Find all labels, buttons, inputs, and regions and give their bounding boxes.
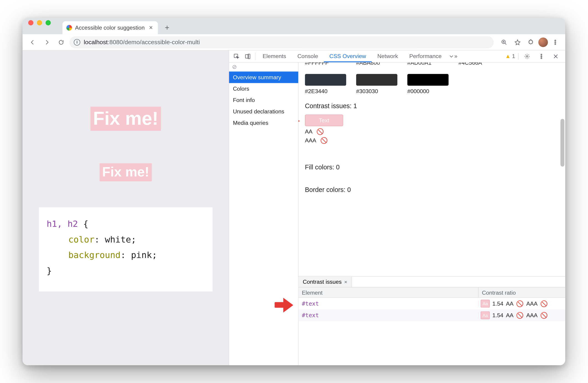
table-row[interactable]: #text Aa 1.54 AA 🚫 AAA 🚫 [298,309,566,321]
color-label: #ABA800 [356,62,397,66]
aaa-label: AAA [305,137,316,144]
window-title-bar: Accessible color suggestion × + [23,18,566,34]
page-viewport: Fix me! Fix me! h1, h2 { color: white; b… [23,50,229,365]
sidebar-item-unused[interactable]: Unused declarations [229,106,298,117]
address-bar[interactable]: i localhost:8080/demo/accessible-color-m… [69,36,494,48]
contrast-swatch[interactable]: Text [305,115,343,126]
sidebar-item-media[interactable]: Media queries [229,117,298,128]
tab-network[interactable]: Network [372,50,404,62]
table-row[interactable]: #text Aa 1.54 AA 🚫 AAA 🚫 [298,298,566,309]
vertical-scrollbar[interactable] [561,119,565,167]
tab-favicon [66,25,72,31]
close-window-button[interactable] [28,20,33,25]
column-element-header: Element [298,287,479,298]
svg-point-1 [555,40,556,41]
color-label: #000000 [407,88,449,95]
close-tab-button[interactable]: × [148,24,154,31]
back-button[interactable] [27,36,39,48]
color-swatch[interactable] [305,74,346,85]
column-ratio-header: Contrast ratio [479,287,566,298]
tab-elements[interactable]: Elements [257,50,292,62]
border-colors-header: Border colors: 0 [305,186,559,193]
reload-button[interactable] [55,36,67,48]
profile-avatar[interactable] [538,37,548,47]
color-label: #AD00A1 [407,62,449,66]
color-swatch[interactable] [407,74,449,85]
sidebar-item-font-info[interactable]: Font info [229,94,298,106]
tab-performance[interactable]: Performance [404,50,447,62]
site-info-icon[interactable]: i [74,39,80,45]
url-text: localhost:8080/demo/accessible-color-mul… [84,39,200,45]
svg-point-7 [526,56,528,57]
devtools-menu-button[interactable] [536,53,547,60]
ratio-value: 1.54 [492,300,503,307]
annotation-arrow-icon [275,298,294,313]
browser-tab[interactable]: Accessible color suggestion × [63,21,158,34]
fill-colors-header: Fill colors: 0 [305,164,559,171]
devtools-settings-button[interactable] [522,53,533,60]
aaa-label: AAA [526,300,538,307]
tab-console[interactable]: Console [292,50,324,62]
sidebar-item-overview[interactable]: Overview summary [229,71,298,83]
svg-point-8 [541,54,542,55]
warnings-badge[interactable]: ▲1 [505,53,515,60]
close-drawer-tab-button[interactable]: × [344,279,347,285]
extensions-button[interactable] [525,36,537,48]
page-h2: Fix me! [100,163,152,181]
devtools-tabs: Elements Console CSS Overview Network Pe… [229,50,566,62]
color-swatch[interactable] [356,74,397,85]
browser-toolbar: i localhost:8080/demo/accessible-color-m… [23,34,566,50]
page-h1: Fix me! [90,107,161,131]
annotation-arrow-icon [298,113,301,128]
fail-icon: 🚫 [516,312,524,319]
color-label: #4C566A [459,62,500,66]
drawer-table-header: Element Contrast ratio [298,287,566,298]
aa-label: AA [305,128,313,135]
contrast-issues-header: Contrast issues: 1 [305,103,559,110]
sidebar-item-colors[interactable]: Colors [229,83,298,94]
fail-icon: 🚫 [320,137,328,144]
zoom-icon[interactable] [498,36,510,48]
bookmark-button[interactable] [511,36,524,48]
fail-icon: 🚫 [516,300,524,307]
new-tab-button[interactable]: + [161,22,173,34]
maximize-window-button[interactable] [45,20,51,25]
css-overview-sidebar: ⊘ Overview summary Colors Font info Unus… [229,62,298,365]
tab-css-overview[interactable]: CSS Overview [324,50,372,62]
svg-point-9 [541,56,542,57]
contrast-issues-drawer: Contrast issues × Element Contrast ratio [298,276,566,365]
sidebar-toolbar: ⊘ [229,62,298,71]
aa-label: AA [506,300,514,307]
aa-label: AA [506,312,514,319]
color-label: #303030 [356,88,397,95]
inspect-element-button[interactable] [231,50,242,62]
drawer-tab-contrast[interactable]: Contrast issues × [298,277,352,287]
more-tabs-button[interactable]: » [447,50,459,62]
fail-icon: 🚫 [316,128,324,135]
close-devtools-button[interactable] [550,53,562,60]
svg-point-2 [555,42,556,43]
css-overview-content: #FFFFFF #ABA800 #AD00A1 #4C566A [298,62,566,276]
browser-menu-button[interactable] [549,36,561,48]
mini-swatch: Aa [481,312,490,319]
clear-icon[interactable]: ⊘ [232,64,237,70]
ratio-value: 1.54 [492,312,503,319]
color-label: #FFFFFF [305,62,346,66]
fail-icon: 🚫 [540,300,548,307]
svg-point-10 [541,58,542,59]
code-block: h1, h2 { color: white; background: pink;… [39,208,213,292]
mini-swatch: Aa [481,300,490,307]
minimize-window-button[interactable] [37,20,42,25]
aaa-label: AAA [526,312,538,319]
devtools-panel: Elements Console CSS Overview Network Pe… [229,50,565,365]
tab-title: Accessible color suggestion [75,24,145,31]
device-toolbar-button[interactable] [242,50,253,62]
forward-button[interactable] [41,36,53,48]
fail-icon: 🚫 [540,312,548,319]
svg-point-3 [555,43,556,44]
color-label: #2E3440 [305,88,346,95]
window-controls [26,18,51,34]
